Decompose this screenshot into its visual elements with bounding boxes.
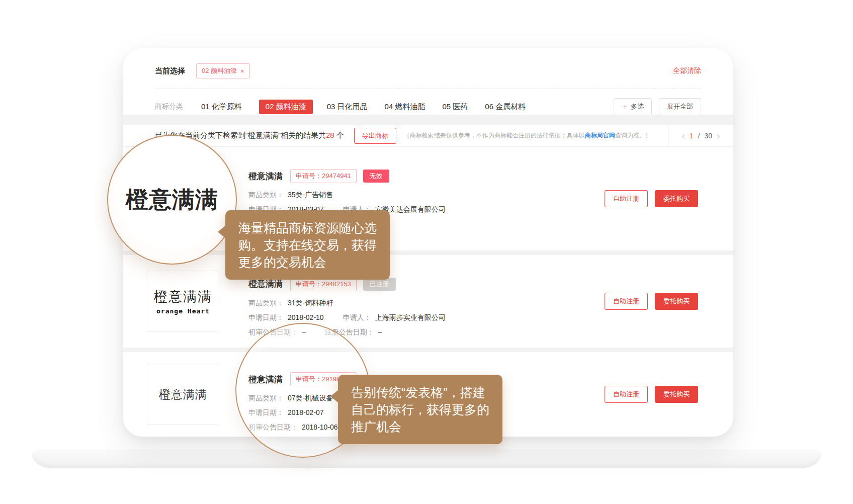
trademark-subtext: orange Heart — [156, 307, 210, 315]
entrust-buy-button[interactable]: 委托购买 — [655, 386, 698, 403]
multi-select-label: 多选 — [631, 102, 644, 111]
dashed-divider — [155, 88, 701, 89]
current-selection-label: 当前选择 — [155, 66, 185, 76]
status-badge: 无效 — [363, 170, 389, 183]
entrust-buy-button[interactable]: 委托购买 — [655, 190, 698, 207]
current-page: 1 — [690, 132, 694, 140]
category-item-05[interactable]: 05 医药 — [442, 100, 468, 114]
prev-page-icon[interactable]: ‹ — [682, 131, 685, 140]
category-row: 商标分类 01 化学原料 02 颜料油漆 03 日化用品 04 燃料油脂 05 … — [155, 98, 701, 115]
trademark-image[interactable]: 橙意满满 — [147, 364, 219, 425]
entrust-buy-button[interactable]: 委托购买 — [655, 293, 698, 310]
multi-select-button[interactable]: ＋ 多选 — [614, 98, 652, 115]
self-register-button[interactable]: 自助注册 — [605, 293, 648, 310]
self-register-button[interactable]: 自助注册 — [605, 190, 648, 207]
category-item-06[interactable]: 06 金属材料 — [485, 100, 526, 114]
category-item-04[interactable]: 04 燃料油脂 — [385, 100, 425, 114]
category-item-02-selected[interactable]: 02 颜料油漆 — [259, 100, 313, 114]
self-register-button[interactable]: 自助注册 — [605, 386, 648, 403]
selected-filter-tag[interactable]: 02 颜料油漆 × — [196, 63, 250, 78]
category-item-03[interactable]: 03 日化用品 — [327, 100, 368, 114]
category-value: 35类-广告销售 — [288, 191, 333, 199]
plus-icon: ＋ — [622, 102, 628, 111]
trademark-image[interactable]: 橙意满满 orange Heart — [147, 271, 219, 332]
tooltip-bubble: 海量精品商标资源随心选 购。支持在线交易，获得 更多的交易机会 — [225, 210, 390, 280]
close-icon[interactable]: × — [240, 67, 244, 75]
results-header: 已为您在当前分类下检索到“橙意满满”相关的结果共28 个 导出商标 （商标检索结… — [123, 125, 733, 147]
total-pages: 30 — [705, 132, 713, 140]
selected-filter-tag-label: 02 颜料油漆 — [202, 66, 237, 75]
results-count-number: 28 — [326, 131, 334, 139]
magnified-trademark-text: 橙意满满 — [126, 185, 218, 215]
tooltip-bubble: 告别传统“发表格”，搭建 自己的标行，获得更多的 推广机会 — [338, 375, 502, 444]
apply-date-value: 2018-02-10 — [288, 313, 324, 321]
current-selection-row: 当前选择 02 颜料油漆 × 全部清除 — [155, 63, 701, 78]
category-label: 商标分类 — [155, 102, 183, 111]
next-page-icon[interactable]: › — [717, 131, 720, 140]
magnifier-circle: 橙意满满 — [107, 135, 237, 265]
filter-panel: 当前选择 02 颜料油漆 × 全部清除 商标分类 01 化学原料 02 颜料油漆… — [123, 48, 733, 115]
applicant-value: 上海雨步实业有限公司 — [375, 313, 446, 321]
panel-gap — [123, 115, 733, 125]
trademark-name[interactable]: 橙意满满 — [248, 278, 283, 290]
laptop-base — [32, 449, 821, 468]
clear-all-link[interactable]: 全部清除 — [673, 66, 701, 75]
category-value: 31类-饲料种籽 — [288, 299, 333, 307]
expand-all-button[interactable]: 展开全部 — [659, 98, 701, 115]
pagination: ‹ 1 / 30 › — [668, 125, 733, 146]
row-gap — [123, 348, 733, 352]
export-trademark-button[interactable]: 导出商标 — [354, 128, 396, 144]
row-gap — [123, 250, 733, 255]
application-number-tag: 申请号：29474941 — [290, 169, 357, 183]
trademark-name[interactable]: 橙意满满 — [248, 171, 283, 182]
trademark-office-link[interactable]: 商标局官网 — [585, 132, 615, 139]
page-background: 当前选择 02 颜料油漆 × 全部清除 商标分类 01 化学原料 02 颜料油漆… — [0, 0, 853, 504]
category-item-01[interactable]: 01 化学原料 — [201, 100, 242, 114]
result-row: 橙意满满 orange Heart 橙意满满 申请号：29482153 已注册 … — [123, 255, 733, 348]
reg-notice-date: – — [378, 328, 382, 336]
disclaimer-text: （商标检索结果仅供参考，不作为商标能否注册的法律依据；具体以商标局官网查询为准。… — [404, 131, 668, 140]
